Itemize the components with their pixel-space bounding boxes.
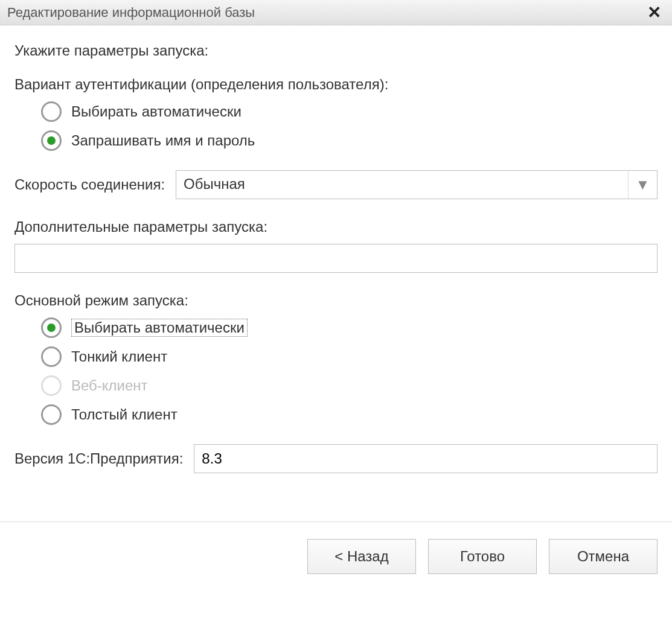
- auth-option-prompt[interactable]: Запрашивать имя и пароль: [41, 130, 658, 151]
- radio-icon: [41, 404, 62, 425]
- connection-speed-label: Скорость соединения:: [14, 176, 165, 193]
- radio-icon: [41, 346, 62, 367]
- close-icon[interactable]: ✕: [644, 4, 665, 21]
- connection-speed-select[interactable]: Обычная ▼: [176, 170, 658, 199]
- cancel-button[interactable]: Отмена: [549, 539, 658, 574]
- radio-label: Запрашивать имя и пароль: [71, 132, 255, 149]
- radio-label: Выбирать автоматически: [71, 319, 248, 337]
- auth-section-label: Вариант аутентификации (определения поль…: [14, 76, 658, 93]
- dialog-content: Укажите параметры запуска: Вариант аутен…: [0, 25, 672, 473]
- launch-mode-option-thick[interactable]: Толстый клиент: [41, 404, 658, 425]
- radio-label: Толстый клиент: [71, 406, 178, 423]
- additional-params-label: Дополнительные параметры запуска:: [14, 218, 658, 235]
- version-row: Версия 1С:Предприятия:: [14, 444, 658, 473]
- connection-speed-row: Скорость соединения: Обычная ▼: [14, 170, 658, 199]
- radio-label: Веб-клиент: [71, 377, 148, 394]
- radio-icon: [41, 101, 62, 122]
- launch-mode-option-web: Веб-клиент: [41, 375, 658, 396]
- radio-label: Выбирать автоматически: [71, 103, 242, 120]
- dialog-footer: < Назад Готово Отмена: [0, 521, 672, 591]
- radio-label: Тонкий клиент: [71, 348, 167, 365]
- page-heading: Укажите параметры запуска:: [14, 42, 658, 59]
- radio-icon: [41, 375, 62, 396]
- select-value: Обычная: [176, 171, 628, 199]
- radio-icon: [41, 130, 62, 151]
- launch-mode-option-thin[interactable]: Тонкий клиент: [41, 346, 658, 367]
- radio-icon: [41, 317, 62, 338]
- finish-button[interactable]: Готово: [428, 539, 537, 574]
- launch-mode-label: Основной режим запуска:: [14, 292, 658, 309]
- launch-mode-option-auto[interactable]: Выбирать автоматически: [41, 317, 658, 338]
- additional-params-input[interactable]: [14, 244, 658, 273]
- titlebar: Редактирование информационной базы ✕: [0, 0, 672, 25]
- version-input[interactable]: [194, 444, 658, 473]
- version-label: Версия 1С:Предприятия:: [14, 450, 183, 467]
- back-button[interactable]: < Назад: [307, 539, 416, 574]
- window-title: Редактирование информационной базы: [7, 5, 255, 21]
- auth-option-auto[interactable]: Выбирать автоматически: [41, 101, 658, 122]
- chevron-down-icon[interactable]: ▼: [628, 171, 657, 199]
- auth-radio-group: Выбирать автоматически Запрашивать имя и…: [41, 101, 658, 151]
- launch-mode-radio-group: Выбирать автоматически Тонкий клиент Веб…: [41, 317, 658, 425]
